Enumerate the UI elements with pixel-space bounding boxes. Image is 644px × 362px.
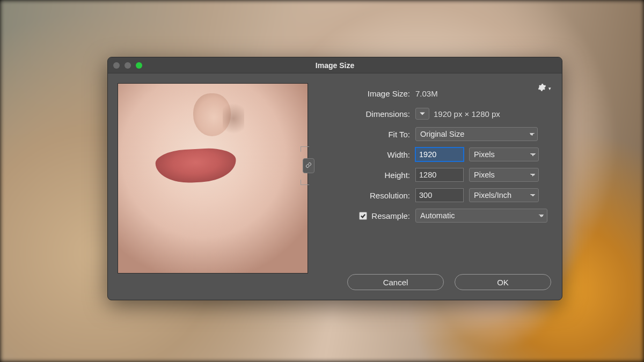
dimensions-unit-toggle[interactable] bbox=[415, 108, 429, 120]
image-preview[interactable] bbox=[118, 83, 308, 274]
window-minimize-button[interactable] bbox=[125, 62, 131, 69]
height-unit-select[interactable]: Pixels bbox=[469, 168, 539, 182]
titlebar[interactable]: Image Size bbox=[108, 57, 562, 73]
constrain-proportions-toggle[interactable] bbox=[303, 158, 314, 173]
window-zoom-button[interactable] bbox=[136, 62, 142, 69]
settings-menu-button[interactable]: ▾ bbox=[538, 83, 551, 93]
resample-checkbox[interactable] bbox=[359, 212, 367, 220]
width-label: Width: bbox=[323, 150, 415, 159]
height-label: Height: bbox=[323, 171, 415, 180]
resample-label: Resample: bbox=[371, 211, 410, 220]
fit-to-select[interactable]: Original Size bbox=[415, 127, 538, 141]
resample-method-select[interactable]: Automatic bbox=[415, 209, 547, 223]
height-input[interactable] bbox=[415, 168, 464, 182]
ok-button[interactable]: OK bbox=[455, 274, 551, 290]
traffic-lights bbox=[113, 62, 142, 69]
link-icon bbox=[305, 161, 312, 171]
chevron-down-icon bbox=[419, 109, 426, 119]
chevron-down-icon: ▾ bbox=[548, 86, 551, 91]
window-close-button[interactable] bbox=[113, 62, 120, 69]
width-input[interactable] bbox=[415, 147, 464, 161]
resolution-label: Resolution: bbox=[323, 191, 415, 200]
resolution-unit-select[interactable]: Pixels/Inch bbox=[469, 188, 539, 202]
image-size-dialog: Image Size ▾ Image Size: 7.03M Dimension… bbox=[107, 57, 562, 300]
fit-to-label: Fit To: bbox=[323, 130, 415, 139]
check-icon bbox=[360, 211, 366, 220]
cancel-button[interactable]: Cancel bbox=[347, 274, 444, 290]
image-size-label: Image Size: bbox=[323, 89, 415, 98]
resolution-input[interactable] bbox=[415, 188, 464, 202]
gear-icon bbox=[538, 83, 546, 93]
dialog-title: Image Size bbox=[108, 61, 562, 70]
dimensions-label: Dimensions: bbox=[323, 109, 415, 119]
width-unit-select[interactable]: Pixels bbox=[469, 147, 539, 161]
dimensions-value: 1920 px × 1280 px bbox=[434, 109, 500, 119]
image-size-value: 7.03M bbox=[415, 89, 551, 98]
form-area: ▾ Image Size: 7.03M Dimensions: 1920 px … bbox=[308, 83, 551, 290]
